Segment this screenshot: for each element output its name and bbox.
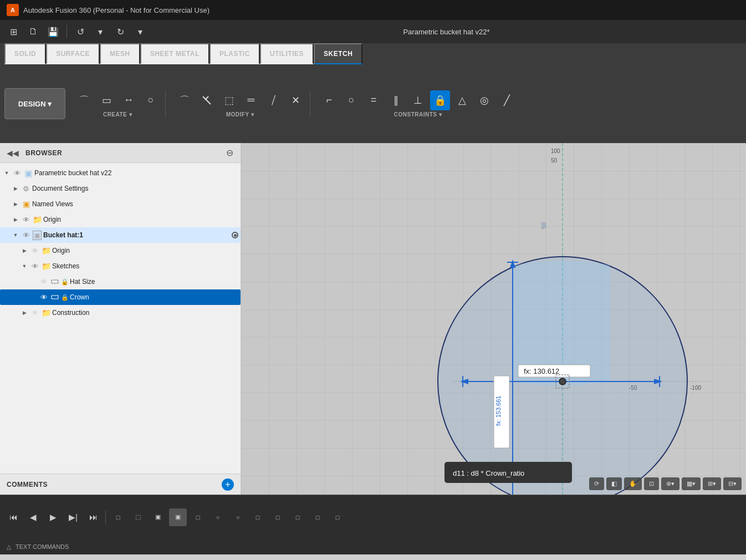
pan-button[interactable]: ✋: [624, 477, 642, 490]
grid-settings-button[interactable]: ⊞▾: [703, 477, 721, 490]
display-settings-button[interactable]: ▦▾: [682, 477, 701, 490]
layout-settings-button[interactable]: ⊟▾: [723, 477, 742, 490]
folder-icon-sketches: 📁: [42, 262, 51, 271]
tree-item-bucket-hat[interactable]: ▼ 👁 ▣ Bucket hat:1: [0, 227, 241, 243]
rectangle-tool-button[interactable]: ▭: [96, 90, 116, 110]
timeline-frame7-button[interactable]: ○: [229, 508, 247, 526]
view-controls: ⟳ ◧ ✋ ⊡ ⊕▾ ▦▾ ⊞▾ ⊟▾: [589, 477, 742, 490]
tab-mesh[interactable]: MESH: [100, 43, 140, 64]
timeline-frame10-button[interactable]: □: [289, 508, 306, 526]
zoom-in-button[interactable]: ⊕▾: [661, 477, 679, 490]
tree-item-doc-settings[interactable]: ▶ ⚙ Document Settings: [0, 181, 241, 196]
browser-title: BROWSER: [25, 149, 218, 157]
timeline-frame5-button[interactable]: □: [189, 508, 207, 526]
step-forward-button[interactable]: ▶|: [64, 508, 82, 526]
timeline-frame3-button[interactable]: ▣: [149, 508, 167, 526]
timeline-frame-button[interactable]: □: [109, 508, 127, 526]
design-mode-button[interactable]: DESIGN ▾: [4, 88, 65, 119]
step-back-button[interactable]: ◀: [24, 508, 42, 526]
timeline-frame8-button[interactable]: □: [249, 508, 267, 526]
sketch-canvas: 100 50 -50 -100 -150 -200 50: [241, 143, 746, 495]
tree-item-sketches[interactable]: ▼ 👁 📁 Sketches: [0, 258, 241, 274]
view-cube-button[interactable]: ◧: [606, 477, 622, 490]
fillet-button[interactable]: ⌒: [175, 90, 195, 110]
save-button[interactable]: 💾: [44, 23, 62, 40]
tree-eye-crown[interactable]: 👁: [39, 292, 49, 302]
arc-tool-button[interactable]: ⌒: [74, 90, 94, 110]
skip-back-button[interactable]: ⏮: [4, 508, 22, 526]
tab-solid[interactable]: SOLID: [4, 43, 46, 64]
tree-eye-origin2[interactable]: 👁: [30, 246, 40, 256]
tree-eye-origin[interactable]: 👁: [21, 215, 31, 225]
app-logo: A: [7, 4, 19, 16]
tree-label-doc-settings: Document Settings: [32, 185, 238, 192]
lock-button[interactable]: 🔒: [430, 90, 450, 110]
apps-menu-button[interactable]: ⊞: [4, 23, 22, 40]
tab-surface[interactable]: SURFACE: [46, 43, 100, 64]
tree-label-crown: Crown: [70, 293, 238, 301]
coincident-button[interactable]: ⌐: [319, 90, 339, 110]
create-label: CREATE ▾: [103, 111, 132, 118]
equal-button[interactable]: =: [364, 90, 384, 110]
browser-back-button[interactable]: ◀◀: [4, 147, 21, 159]
sketch-icon-hat-size: [50, 277, 59, 286]
browser-collapse-button[interactable]: ⊖: [223, 146, 236, 160]
pattern-button[interactable]: ✕: [285, 90, 305, 110]
redo-dropdown[interactable]: ▾: [131, 23, 149, 40]
text-commands-label: TEXT COMMANDS: [16, 543, 69, 550]
timeline-frame2-button[interactable]: ⬚: [129, 508, 147, 526]
tree-icon-named-views: ▣: [21, 199, 31, 209]
perpendicular-button[interactable]: ⊥: [408, 90, 428, 110]
timeline-frame9-button[interactable]: □: [269, 508, 287, 526]
more-constraints-button[interactable]: ╱: [497, 90, 517, 110]
play-button[interactable]: ▶: [44, 508, 62, 526]
menu-bar: ⊞ 🗋 💾 ↺ ▾ ↻ ▾ Parametric bucket hat v22*: [0, 20, 746, 43]
trim-button[interactable]: [197, 90, 217, 110]
parallel-icon: ∥: [394, 94, 398, 106]
tree-item-named-views[interactable]: ▶ ▣ Named Views: [0, 196, 241, 212]
add-comment-button[interactable]: +: [222, 478, 234, 491]
tree-icon-sketches: 📁: [41, 261, 51, 271]
parallel-button[interactable]: ∥: [386, 90, 406, 110]
tab-plastic[interactable]: PLASTIC: [210, 43, 260, 64]
viewport[interactable]: 100 50 -50 -100 -150 -200 50: [241, 143, 746, 495]
tree-item-origin2[interactable]: ▶ 👁 📁 Origin: [0, 243, 241, 258]
tree-item-hat-size[interactable]: 👁 🔒 Hat Size: [0, 274, 241, 289]
tree-eye-construction[interactable]: 👁: [30, 308, 40, 318]
collinear-button[interactable]: ○: [341, 90, 361, 110]
more-icon: ╱: [504, 94, 510, 106]
tree-eye-root[interactable]: 👁: [12, 168, 22, 178]
tangent-button[interactable]: △: [452, 90, 472, 110]
mirror-button[interactable]: ⧸: [263, 90, 283, 110]
line-tool-button[interactable]: ↔: [119, 90, 139, 110]
tab-utilities[interactable]: UTILITIES: [260, 43, 314, 64]
tree-item-root[interactable]: ▼ 👁 ▣ Parametric bucket hat v22: [0, 165, 241, 181]
timeline-frame11-button[interactable]: □: [309, 508, 326, 526]
new-file-button[interactable]: 🗋: [24, 23, 42, 40]
orbit-button[interactable]: ⟳: [589, 477, 604, 490]
tree-item-crown[interactable]: 👁 🔒 Crown: [0, 289, 241, 305]
gear-icon: ⚙: [23, 185, 29, 193]
undo-dropdown[interactable]: ▾: [91, 23, 109, 40]
tree-label-bucket-hat: Bucket hat:1: [43, 231, 231, 239]
zoom-fit-button[interactable]: ⊡: [644, 477, 659, 490]
tree-arrow-hat-size: [29, 277, 38, 286]
tree-eye-sketches[interactable]: 👁: [30, 261, 40, 271]
tree-item-origin[interactable]: ▶ 👁 📁 Origin: [0, 212, 241, 227]
tree-item-construction[interactable]: ▶ 👁 📁 Construction: [0, 305, 241, 320]
offset-button[interactable]: ═: [241, 90, 261, 110]
timeline-frame6-button[interactable]: ○: [209, 508, 227, 526]
circle-tool-button[interactable]: ○: [141, 90, 161, 110]
tab-sketch[interactable]: SKETCH: [314, 43, 362, 64]
concentric-button[interactable]: ◎: [474, 90, 494, 110]
tree-eye-bucket-hat[interactable]: 👁: [21, 230, 31, 240]
tree-eye-hat-size[interactable]: 👁: [39, 277, 49, 287]
extend-button[interactable]: ⬚: [219, 90, 239, 110]
skip-forward-button[interactable]: ⏭: [84, 508, 102, 526]
timeline-frame12-button[interactable]: □: [329, 508, 346, 526]
svg-text:50: 50: [551, 157, 558, 164]
undo-button[interactable]: ↺: [71, 23, 89, 40]
timeline-frame4-button[interactable]: ▣: [169, 508, 187, 526]
redo-button[interactable]: ↻: [111, 23, 129, 40]
tab-sheet-metal[interactable]: SHEET METAL: [140, 43, 210, 64]
